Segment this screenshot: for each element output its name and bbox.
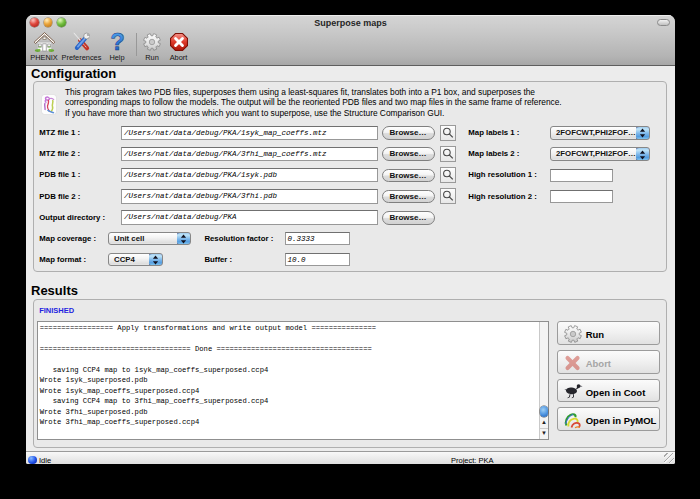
svg-text:?: ? xyxy=(110,32,125,52)
